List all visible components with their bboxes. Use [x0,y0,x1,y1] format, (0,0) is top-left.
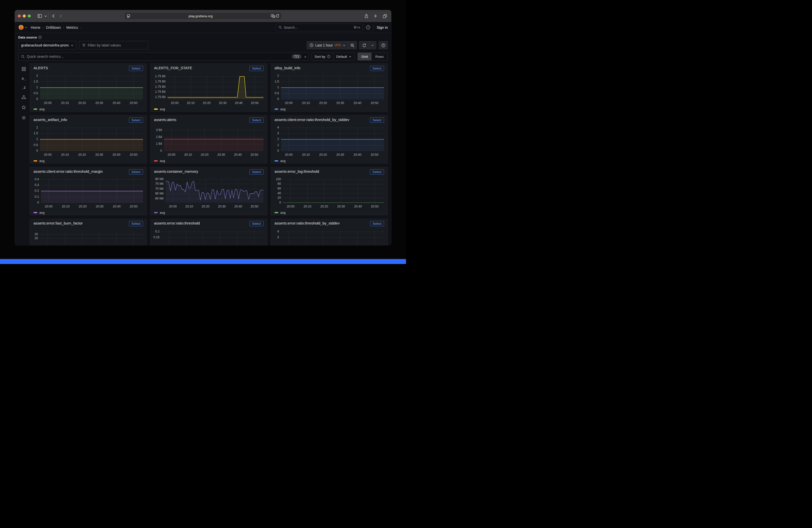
select-button[interactable]: Select [129,117,143,123]
y-tick-label: 1 [36,137,38,141]
plot-area [40,231,143,245]
breadcrumb-metrics[interactable]: Metrics [66,26,78,29]
timeseries-chart[interactable]: 2520 [33,231,143,245]
reload-icon[interactable] [276,14,279,18]
back-button[interactable] [50,13,57,19]
timeseries-chart[interactable]: 21.510.50 [275,75,384,99]
legend[interactable]: avg [33,210,143,215]
panel-title: asserts:error_log:threshold [275,169,321,174]
timeseries-chart[interactable]: 80 Mil75 Mil70 Mil65 Mil60 Mil [154,179,263,203]
tab-overview-icon[interactable] [381,13,388,19]
select-button[interactable]: Select [249,117,263,123]
sort-za-icon[interactable]: _Z [22,86,26,89]
view-grid-button[interactable]: Grid [358,53,372,60]
legend-label: avg [160,211,165,215]
timeseries-chart[interactable]: 43210 [275,127,384,151]
select-button[interactable]: Select [370,117,384,123]
refresh-button[interactable] [360,42,369,49]
select-button[interactable]: Select [370,66,384,71]
x-tick-label: 20:40 [113,153,120,157]
breadcrumb-drilldown[interactable]: Drilldown [46,26,61,29]
sign-in-button[interactable]: Sign in [377,26,388,29]
settings-gear-icon[interactable] [21,115,26,120]
clear-search-icon[interactable]: x [304,55,306,59]
select-button[interactable]: Select [129,66,143,71]
new-tab-icon[interactable] [372,13,379,19]
legend[interactable]: avg [154,210,263,215]
quick-search-input[interactable]: Quick search metrics... 721 x [18,53,308,60]
timeseries-chart[interactable]: 21.510.50 [33,127,143,151]
legend[interactable]: avg [275,107,384,111]
star-icon[interactable] [21,105,26,110]
timeseries-chart[interactable]: 3 Bil2 Bil1 Bil0 [154,127,263,151]
legend[interactable]: avg [154,107,263,111]
close-window-button[interactable] [18,15,21,17]
timeseries-chart[interactable]: 21.510.50 [33,75,143,99]
minimize-window-button[interactable] [23,15,26,17]
related-group-icon[interactable] [21,95,26,100]
select-button[interactable]: Select [129,221,143,226]
timeseries-chart[interactable]: 1.75 Bil1.75 Bil1.75 Bil1.75 Bil1.75 Bil [154,75,263,99]
funnel-icon [82,44,86,47]
x-axis-labels: 20:0020:1020:2020:3020:4020:50 [281,101,384,106]
panel-title: asserts:error:ratio:threshold_by_stddev [275,221,342,225]
forward-button[interactable] [57,13,64,19]
org-switcher-chevron-icon[interactable] [25,26,27,29]
label-filter-input[interactable]: Filter by label values [79,41,148,49]
legend[interactable]: avg [154,159,263,163]
legend[interactable]: avg [275,210,384,215]
y-axis-labels: 21.510.50 [275,75,281,99]
legend[interactable]: avg [33,107,143,111]
select-button[interactable]: Select [249,221,263,226]
address-bar[interactable]: play.grafana.org A★ [124,12,282,20]
view-rows-button[interactable]: Rows [372,53,388,60]
breadcrumb-home[interactable]: Home [31,26,41,29]
x-tick-label: 20:10 [302,101,310,105]
select-button[interactable]: Select [249,66,263,71]
refresh-group [359,41,376,49]
zoom-out-time-button[interactable] [348,42,357,49]
grafana-logo[interactable] [18,25,24,30]
sidebar-chevron-down-icon[interactable] [43,13,48,19]
x-tick-label: 20:00 [44,101,52,105]
select-button[interactable]: Select [370,221,384,226]
sort-az-icon[interactable]: A_ [21,77,26,80]
url-text[interactable]: play.grafana.org [130,14,271,18]
metric-panel: asserts:error:fast_burn_factor Select 25… [30,219,147,245]
sort-value-dropdown[interactable]: Default [333,53,354,60]
zoom-window-button[interactable] [28,15,31,17]
sort-info-icon[interactable] [327,55,331,58]
legend[interactable]: avg [33,159,143,163]
select-button[interactable]: Select [370,169,384,175]
timeseries-chart[interactable]: 0.40.30.20.10 [33,179,143,203]
datasource-info-icon[interactable] [38,35,42,39]
x-tick-label: 20:40 [235,101,243,105]
x-axis-labels: 20:0020:1020:2020:3020:4020:50 [281,152,384,158]
y-tick-label: 1.75 Bil [155,74,165,78]
refresh-interval-chevron[interactable] [369,42,376,49]
timeseries-chart[interactable]: 43 [275,231,384,245]
time-range-picker[interactable]: Last 1 hour UTC [307,42,348,49]
x-tick-label: 20:40 [354,205,362,208]
sidebar-toggle-icon[interactable] [36,13,43,19]
x-tick-label: 20:20 [203,101,211,105]
global-search-input[interactable]: Search... ⌘+k [276,24,363,31]
y-tick-label: 0.2 [35,189,39,192]
y-tick-label: 25 [34,233,38,236]
help-icon[interactable]: ? [366,25,371,30]
timeseries-chart[interactable]: 0.20.15 [154,231,263,245]
info-button[interactable] [379,42,388,49]
legend[interactable]: avg [275,159,384,163]
share-icon[interactable] [363,13,370,19]
translate-icon[interactable]: A★ [271,14,276,18]
x-axis-labels: 20:0020:1020:2020:3020:4020:50 [40,101,143,106]
select-button[interactable]: Select [249,169,263,175]
page-format-icon[interactable] [127,14,130,18]
datasource-select[interactable]: grafanacloud-demoinfra-prom [18,41,76,49]
timeseries-chart[interactable]: 100806040200 [275,179,384,203]
apps-grid-icon[interactable] [21,67,26,72]
y-tick-label: 70 Mil [155,187,163,191]
select-button[interactable]: Select [129,169,143,175]
y-tick-label: 0.4 [35,177,39,181]
x-tick-label: 20:50 [130,153,137,157]
